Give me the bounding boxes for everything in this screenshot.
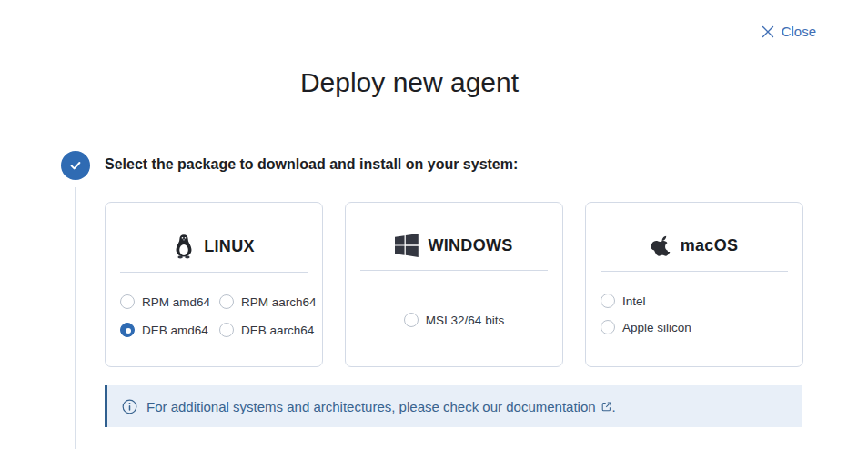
card-linux-title: LINUX [204,237,255,256]
radio-label: RPM aarch64 [241,295,317,309]
divider [120,272,308,273]
radio-intel[interactable]: Intel [601,294,788,308]
radio-unchecked-icon [601,294,615,308]
radio-label: RPM amd64 [142,295,210,309]
radio-checked-icon [120,323,135,337]
radio-unchecked-icon [601,320,615,334]
windows-options: MSI 32/64 bits [346,313,562,327]
info-icon [122,399,137,414]
documentation-link-label: documentation [506,399,595,414]
linux-options: RPM amd64 RPM aarch64 DEB amd64 DEB aarc… [106,294,322,337]
radio-msi-32-64-bits[interactable]: MSI 32/64 bits [404,313,504,327]
callout-text: For additional systems and architectures… [146,399,616,414]
package-cards: LINUX RPM amd64 RPM aarch64 DEB amd64 [105,202,803,367]
check-icon [68,158,83,173]
radio-rpm-amd64[interactable]: RPM amd64 [120,294,210,309]
info-callout: For additional systems and architectures… [105,385,802,427]
radio-label: Apple silicon [622,321,691,334]
windows-logo-icon [395,234,419,257]
card-linux: LINUX RPM amd64 RPM aarch64 DEB amd64 [105,202,323,367]
radio-unchecked-icon [404,313,419,327]
close-icon [762,25,774,38]
deploy-new-agent-flyout: Close Deploy new agent Select the packag… [0,0,868,449]
card-linux-heading: LINUX [106,234,322,259]
radio-label: DEB aarch64 [241,324,314,337]
apple-logo-icon [651,234,671,258]
close-label: Close [782,24,816,39]
macos-options: Intel Apple silicon [586,294,802,334]
radio-unchecked-icon [120,294,135,309]
documentation-link[interactable]: documentation [506,399,611,414]
divider [601,271,788,272]
card-windows: WINDOWS MSI 32/64 bits [345,202,563,367]
card-windows-heading: WINDOWS [346,234,562,257]
step-connector-line [75,187,76,449]
external-link-icon [601,401,612,413]
card-macos-title: macOS [681,236,739,255]
card-macos-heading: macOS [586,234,802,258]
callout-text-after: . [612,399,616,414]
card-windows-title: WINDOWS [428,236,512,255]
radio-rpm-aarch64[interactable]: RPM aarch64 [219,294,317,309]
radio-deb-aarch64[interactable]: DEB aarch64 [219,323,317,337]
page-title: Deploy new agent [0,67,819,98]
step-complete-indicator [61,151,90,180]
card-macos: macOS Intel Apple silicon [585,202,803,367]
linux-tux-icon [173,234,195,259]
radio-unchecked-icon [219,294,234,309]
radio-deb-amd64[interactable]: DEB amd64 [120,323,210,337]
close-button[interactable]: Close [762,24,816,39]
step-title: Select the package to download and insta… [105,156,518,173]
callout-text-before: For additional systems and architectures… [146,399,506,414]
radio-label: MSI 32/64 bits [426,314,504,327]
divider [360,270,548,271]
radio-label: DEB amd64 [142,324,208,337]
radio-unchecked-icon [219,323,234,337]
radio-label: Intel [622,294,646,308]
radio-apple-silicon[interactable]: Apple silicon [601,320,788,334]
